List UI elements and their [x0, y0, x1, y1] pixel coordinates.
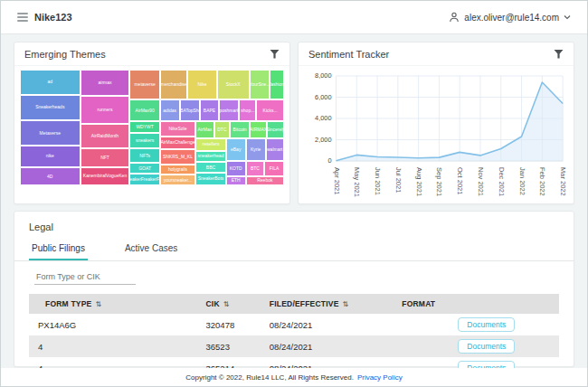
- treemap-tile[interactable]: BAPE: [200, 99, 220, 121]
- column-header-cik[interactable]: CIK⇅: [199, 294, 262, 314]
- menu-icon[interactable]: [17, 13, 28, 22]
- treemap-tile[interactable]: Bitcoin: [230, 121, 250, 138]
- treemap-tile[interactable]: resellers: [195, 138, 226, 151]
- dashboard-panels: Emerging Themes adSneakerheadsMetaversen…: [14, 42, 574, 204]
- treemap-tile[interactable]: Sincerely: [267, 121, 284, 138]
- chart-label: Feb 2022: [538, 167, 546, 196]
- treemap-tile[interactable]: runners: [81, 96, 130, 124]
- chart-label: May 2021: [353, 167, 361, 197]
- chart-label: Jul 2021: [394, 167, 403, 193]
- filings-table-header-row: FORM TYPE⇅ CIK⇅ FILED/EFFECTIVE⇅ FORMAT: [29, 294, 559, 314]
- treemap-tile[interactable]: NBATopShot: [180, 99, 200, 121]
- brand-area: Nike123: [17, 12, 72, 23]
- format-cell: Documents: [394, 335, 559, 357]
- treemap-tile[interactable]: AIRMAX: [250, 121, 267, 138]
- treemap-tile[interactable]: airmax: [81, 70, 130, 96]
- filter-icon[interactable]: [270, 50, 280, 59]
- treemap-tile[interactable]: fashion: [270, 70, 284, 99]
- sentiment-chart: 02,0004,0006,0008,000Apr 2021May 2021Jun…: [300, 67, 572, 203]
- treemap-tile[interactable]: SneakerBots: [195, 173, 226, 185]
- chart-label: 0: [327, 156, 331, 165]
- treemap-tile[interactable]: KanembiralVogueKen: [81, 167, 130, 185]
- treemap-tile[interactable]: adidas: [160, 99, 180, 121]
- treemap-tile[interactable]: AirMaxChallenge: [160, 137, 195, 150]
- form-type-cik-input[interactable]: [34, 269, 136, 285]
- legal-tabs: Public Filings Active Cases: [14, 239, 574, 261]
- treemap-tile[interactable]: poshmark: [219, 99, 239, 121]
- top-header: Nike123 alex.oliver@rule14.com: [1, 1, 587, 34]
- treemap-tile[interactable]: metaverse: [129, 70, 159, 99]
- cik-cell: 320478: [199, 314, 262, 335]
- form-type-cell: 4: [29, 335, 199, 357]
- chart-label: 4,000: [315, 114, 332, 122]
- treemap-tile[interactable]: GOAT: [129, 163, 159, 174]
- chart-label: 2,000: [315, 136, 332, 144]
- treemap-tile[interactable]: AirRaidMonth: [81, 124, 130, 149]
- treemap-tile[interactable]: walmart: [266, 138, 284, 162]
- sentiment-tracker-panel: Sentiment Tracker 02,0004,0006,0008,000A…: [298, 42, 574, 204]
- chart-label: 6,000: [315, 93, 332, 101]
- treemap-tile[interactable]: AirMax: [195, 121, 213, 138]
- legal-title: Legal: [14, 212, 574, 232]
- sort-icon[interactable]: ⇅: [343, 300, 349, 308]
- chart-label: Jan 2022: [518, 167, 526, 195]
- treemap-tile[interactable]: merchandise: [160, 70, 188, 99]
- chart-label: Aug 2021: [415, 167, 423, 196]
- treemap-tile[interactable]: DTC: [214, 121, 231, 138]
- treemap-tile[interactable]: ETH: [226, 176, 246, 185]
- panel-title: Emerging Themes: [24, 49, 106, 60]
- treemap-tile[interactable]: WDYWT: [129, 121, 159, 133]
- treemap-tile[interactable]: StockX: [217, 70, 251, 99]
- documents-button[interactable]: Documents: [458, 317, 515, 332]
- sentiment-chart-wrap: 02,0004,0006,0008,000Apr 2021May 2021Jun…: [300, 67, 572, 206]
- emerging-themes-panel: Emerging Themes adSneakerheadsMetaversen…: [14, 42, 290, 204]
- documents-button[interactable]: Documents: [458, 339, 515, 354]
- treemap-tile[interactable]: nike: [20, 146, 81, 167]
- filter-icon[interactable]: [554, 50, 564, 59]
- treemap-tile[interactable]: yoursneaker...: [160, 175, 195, 185]
- column-header-form-type[interactable]: FORM TYPE⇅: [29, 294, 199, 314]
- user-menu[interactable]: alex.oliver@rule14.com: [449, 12, 571, 23]
- sort-icon[interactable]: ⇅: [95, 300, 101, 308]
- treemap-tile[interactable]: FILA: [264, 161, 284, 176]
- chart-label: Apr 2021: [333, 167, 341, 194]
- treemap-tile[interactable]: SneakerFreakerFam: [129, 174, 159, 185]
- app-title: Nike123: [34, 12, 72, 23]
- treemap-tile[interactable]: BBC: [195, 162, 226, 173]
- chart-label: Nov 2021: [477, 167, 485, 196]
- treemap-tile[interactable]: holygrails: [160, 165, 195, 175]
- column-header-filed-effective[interactable]: FILED/EFFECTIVE⇅: [262, 294, 395, 314]
- treemap-tile[interactable]: NFT: [81, 148, 130, 166]
- treemap-tile[interactable]: Reebok: [246, 176, 284, 185]
- page-footer: Copyright © 2022, Rule14 LLC, All Rights…: [1, 368, 587, 386]
- sort-icon[interactable]: ⇅: [223, 300, 230, 308]
- treemap-tile[interactable]: 4D: [20, 167, 81, 185]
- treemap-tile[interactable]: ad: [20, 70, 81, 95]
- treemap-tile[interactable]: sneakers: [129, 133, 159, 148]
- treemap-tile[interactable]: Sneakerheads: [20, 95, 81, 121]
- table-row: 43652308/24/2021Documents: [29, 335, 559, 357]
- treemap-tile[interactable]: SNKRS_M_KL: [160, 149, 195, 165]
- tab-active-cases[interactable]: Active Cases: [122, 239, 180, 260]
- treemap-tile[interactable]: YourSne...: [250, 70, 270, 99]
- chart-label: 8,000: [315, 71, 332, 80]
- treemap-tile[interactable]: NikeSole: [160, 121, 195, 137]
- privacy-policy-link[interactable]: Privacy Policy: [357, 373, 403, 382]
- chart-label: Dec 2021: [498, 167, 506, 196]
- treemap-tile[interactable]: Metaverse: [20, 120, 81, 146]
- treemap-tile[interactable]: AirMax90: [129, 99, 159, 121]
- tab-public-filings[interactable]: Public Filings: [29, 239, 88, 260]
- treemap-tile[interactable]: BTC: [246, 161, 264, 176]
- chart-label: Mar 2022: [559, 167, 567, 196]
- column-header-format: FORMAT: [394, 294, 559, 314]
- treemap-tile[interactable]: KOTD: [226, 161, 246, 176]
- treemap-tile[interactable]: shop...: [239, 99, 256, 121]
- treemap-tile[interactable]: Kyrie: [246, 138, 266, 162]
- treemap-tile[interactable]: sneakerhead: [195, 151, 226, 163]
- treemap-tile[interactable]: Kicks...: [256, 99, 284, 121]
- treemap-tile[interactable]: Nike: [187, 70, 216, 99]
- filed-effective-cell: 08/24/2021: [262, 335, 395, 357]
- treemap-tile[interactable]: eBay: [226, 138, 246, 162]
- chart-label: Jun 2021: [374, 167, 382, 195]
- treemap-tile[interactable]: NFTs: [129, 148, 159, 163]
